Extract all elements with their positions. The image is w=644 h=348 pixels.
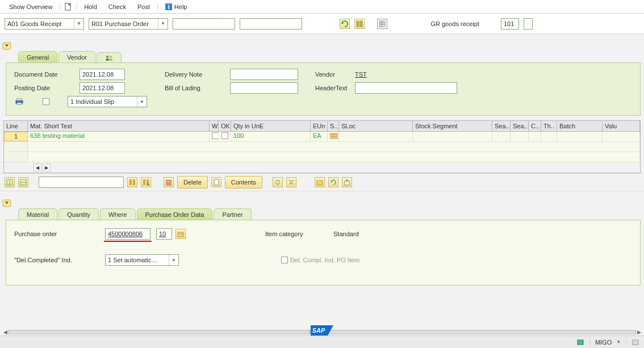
scroll-left-icon[interactable]: ◀ — [34, 163, 41, 171]
post-button[interactable]: Post — [133, 3, 154, 10]
print-checkbox[interactable] — [43, 98, 49, 105]
col-ok[interactable]: OK — [219, 121, 231, 131]
po-item-input[interactable] — [240, 18, 302, 30]
movement-type-input[interactable]: 101 — [501, 18, 519, 30]
posting-date-input[interactable]: 2021.12.08 — [80, 82, 125, 94]
scroll-right-icon[interactable]: ▶ — [43, 163, 51, 171]
find-icon[interactable] — [354, 19, 365, 29]
refresh-icon[interactable] — [328, 177, 338, 187]
cell-sea1[interactable] — [492, 132, 511, 141]
delete-button[interactable]: Delete — [177, 176, 208, 188]
grid-icon[interactable] — [377, 19, 387, 29]
cell-ok[interactable] — [219, 132, 231, 141]
tab-partner[interactable]: Partner — [214, 208, 251, 220]
col-w[interactable]: W — [210, 121, 219, 131]
table-row — [4, 142, 640, 152]
movement-type-extra[interactable] — [524, 18, 533, 30]
collapse-item-icon[interactable] — [2, 199, 12, 208]
hold-button[interactable]: Hold — [80, 3, 102, 10]
col-s[interactable]: S.. — [328, 121, 339, 131]
layout1-icon[interactable] — [5, 177, 15, 187]
po-number-value[interactable]: 4500000806 — [105, 228, 150, 240]
col-valu[interactable]: Valu — [603, 121, 640, 131]
tab-where[interactable]: Where — [100, 208, 135, 220]
tab-po-data[interactable]: Purchase Order Data — [137, 208, 213, 220]
layout2-icon[interactable] — [18, 177, 28, 187]
bill-of-lading-input[interactable] — [230, 82, 298, 94]
cell-mat[interactable]: 638 testing material — [28, 132, 210, 141]
status-system-icon[interactable] — [576, 339, 584, 346]
doc-icon[interactable] — [211, 177, 221, 187]
table-scroll-nav: ◀ ▶ — [4, 162, 640, 173]
col-th[interactable]: Th.. — [541, 121, 557, 131]
cell-line[interactable]: 1 — [4, 132, 28, 141]
cell-sea2[interactable] — [511, 132, 529, 141]
table-row[interactable]: 1 638 testing material 100 EA — [4, 132, 640, 142]
col-line[interactable]: Line — [4, 121, 28, 131]
sloc-vh-icon[interactable] — [330, 132, 336, 139]
cell-s[interactable] — [328, 132, 339, 141]
show-overview-button[interactable]: Show Overview — [5, 3, 57, 10]
col-eun[interactable]: EUn — [311, 121, 328, 131]
po-number-input[interactable] — [173, 18, 235, 30]
help-button[interactable]: i Help — [161, 3, 192, 10]
po-label: Purchase order — [14, 230, 105, 237]
svg-rect-20 — [331, 136, 337, 137]
svg-rect-18 — [330, 133, 338, 139]
po-detail-icon[interactable] — [175, 229, 186, 239]
cell-th[interactable] — [541, 132, 557, 141]
export-icon[interactable] — [342, 177, 352, 187]
cell-qty[interactable]: 100 — [231, 132, 311, 141]
collapse-icon[interactable] — [286, 177, 296, 187]
del-compl-po-checkbox[interactable] — [281, 257, 288, 263]
col-batch[interactable]: Batch — [557, 121, 603, 131]
ref-dropdown[interactable]: R01 Purchase Order▼ — [89, 18, 168, 30]
chevron-down-icon[interactable]: ▼ — [616, 339, 621, 345]
scroll-left-icon[interactable]: ◀ — [2, 329, 8, 335]
po-item-value[interactable]: 10 — [156, 228, 172, 240]
document-date-input[interactable]: 2021.12.08 — [80, 69, 125, 80]
cell-w[interactable] — [210, 132, 219, 141]
action-dropdown[interactable]: A01 Goods Receipt▼ — [5, 18, 84, 30]
cell-stockseg[interactable] — [413, 132, 492, 141]
cell-valu[interactable] — [603, 132, 640, 141]
check-button[interactable]: Check — [104, 3, 131, 10]
col-qty[interactable]: Qty in UnE — [231, 121, 311, 131]
cell-eun[interactable]: EA — [311, 132, 328, 141]
search-input[interactable] — [39, 177, 124, 188]
col-stockseg[interactable]: Stock Segment — [413, 121, 492, 131]
del-completed-dropdown[interactable]: 1 Set automatic…▼ — [105, 254, 179, 266]
col-sloc[interactable]: SLoc — [339, 121, 413, 131]
expand-icon[interactable] — [273, 177, 283, 187]
status-extra-icon[interactable] — [632, 339, 639, 346]
slip-dropdown[interactable]: 1 Individual Slip▼ — [68, 96, 147, 107]
find-icon[interactable] — [127, 177, 137, 187]
col-sea2[interactable]: Sea.. — [511, 121, 529, 131]
tab-quantity[interactable]: Quantity — [58, 208, 99, 220]
col-c[interactable]: C.. — [529, 121, 541, 131]
tab-partner-icon[interactable] — [97, 52, 122, 62]
store-icon[interactable] — [315, 177, 325, 187]
cell-c[interactable] — [529, 132, 541, 141]
col-sea1[interactable]: Sea.. — [492, 121, 511, 131]
print-icon[interactable] — [14, 97, 24, 107]
delivery-note-input[interactable] — [230, 69, 298, 80]
contents-button[interactable]: Contents — [225, 176, 262, 188]
scroll-right-icon[interactable]: ▶ — [636, 329, 642, 335]
execute-icon[interactable] — [340, 19, 350, 29]
collapse-header-icon[interactable] — [2, 42, 12, 51]
cell-batch[interactable] — [557, 132, 603, 141]
new-doc-icon[interactable] — [63, 2, 73, 12]
header-text-input[interactable] — [355, 82, 457, 94]
tab-vendor[interactable]: Vendor — [58, 51, 95, 62]
trash-icon[interactable] — [164, 177, 174, 187]
col-mat[interactable]: Mat. Short Text — [28, 121, 210, 131]
tab-material[interactable]: Material — [18, 208, 57, 220]
info-icon: i — [165, 3, 172, 10]
vendor-value[interactable]: TST — [355, 71, 457, 78]
find-next-icon[interactable] — [141, 177, 151, 187]
tab-general[interactable]: General — [18, 51, 57, 62]
top-toolbar: Show Overview | | Hold Check Post | i He… — [0, 0, 644, 14]
cell-sloc[interactable] — [339, 132, 413, 141]
delivery-note-label: Delivery Note — [165, 71, 230, 78]
